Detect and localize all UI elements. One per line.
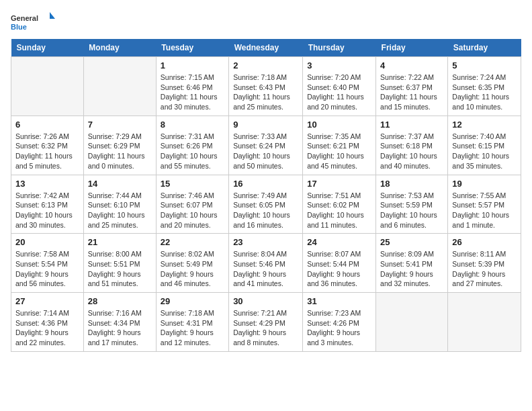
svg-marker-2 xyxy=(50,12,55,19)
weekday-header-wednesday: Wednesday xyxy=(229,39,303,57)
day-number: 19 xyxy=(452,179,517,189)
weekday-header-saturday: Saturday xyxy=(448,39,521,57)
day-number: 18 xyxy=(380,179,443,189)
day-number: 12 xyxy=(452,120,517,130)
calendar-cell: 14Sunrise: 7:44 AM Sunset: 6:10 PM Dayli… xyxy=(83,175,156,234)
day-number: 21 xyxy=(88,237,152,247)
day-info: Sunrise: 7:15 AM Sunset: 6:46 PM Dayligh… xyxy=(161,73,224,112)
day-number: 16 xyxy=(233,179,298,189)
calendar-cell: 19Sunrise: 7:55 AM Sunset: 5:57 PM Dayli… xyxy=(448,175,521,234)
day-info: Sunrise: 7:20 AM Sunset: 6:40 PM Dayligh… xyxy=(307,73,371,112)
calendar-cell: 23Sunrise: 8:04 AM Sunset: 5:46 PM Dayli… xyxy=(229,234,303,293)
calendar-cell: 7Sunrise: 7:29 AM Sunset: 6:29 PM Daylig… xyxy=(83,116,156,175)
day-info: Sunrise: 7:16 AM Sunset: 4:34 PM Dayligh… xyxy=(88,308,152,348)
day-number: 3 xyxy=(307,60,371,71)
day-number: 2 xyxy=(233,60,298,71)
calendar-cell: 12Sunrise: 7:40 AM Sunset: 6:15 PM Dayli… xyxy=(448,116,521,175)
weekday-header-row: SundayMondayTuesdayWednesdayThursdayFrid… xyxy=(11,39,521,57)
day-info: Sunrise: 7:33 AM Sunset: 6:24 PM Dayligh… xyxy=(233,132,298,171)
calendar-cell: 16Sunrise: 7:49 AM Sunset: 6:05 PM Dayli… xyxy=(229,175,303,234)
calendar-cell: 10Sunrise: 7:35 AM Sunset: 6:21 PM Dayli… xyxy=(303,116,376,175)
day-number: 8 xyxy=(161,120,224,130)
calendar-cell: 6Sunrise: 7:26 AM Sunset: 6:32 PM Daylig… xyxy=(11,116,84,175)
day-info: Sunrise: 7:42 AM Sunset: 6:13 PM Dayligh… xyxy=(15,191,79,230)
day-number: 28 xyxy=(88,296,152,306)
calendar-cell: 20Sunrise: 7:58 AM Sunset: 5:54 PM Dayli… xyxy=(11,234,84,293)
calendar-cell xyxy=(376,293,448,352)
calendar-cell: 18Sunrise: 7:53 AM Sunset: 5:59 PM Dayli… xyxy=(376,175,448,234)
day-number: 22 xyxy=(161,237,224,247)
calendar-table: SundayMondayTuesdayWednesdayThursdayFrid… xyxy=(11,39,521,352)
day-info: Sunrise: 7:22 AM Sunset: 6:37 PM Dayligh… xyxy=(380,73,443,112)
calendar-cell: 13Sunrise: 7:42 AM Sunset: 6:13 PM Dayli… xyxy=(11,175,84,234)
day-number: 7 xyxy=(88,120,152,130)
calendar-cell xyxy=(448,293,521,352)
day-info: Sunrise: 8:07 AM Sunset: 5:44 PM Dayligh… xyxy=(307,249,371,289)
calendar-cell: 2Sunrise: 7:18 AM Sunset: 6:43 PM Daylig… xyxy=(229,57,303,116)
day-number: 1 xyxy=(161,60,224,71)
day-info: Sunrise: 7:18 AM Sunset: 4:31 PM Dayligh… xyxy=(161,308,224,348)
day-info: Sunrise: 7:37 AM Sunset: 6:18 PM Dayligh… xyxy=(380,132,443,171)
calendar-cell: 29Sunrise: 7:18 AM Sunset: 4:31 PM Dayli… xyxy=(156,293,228,352)
week-row-1: 1Sunrise: 7:15 AM Sunset: 6:46 PM Daylig… xyxy=(11,57,521,116)
calendar-cell: 9Sunrise: 7:33 AM Sunset: 6:24 PM Daylig… xyxy=(229,116,303,175)
week-row-5: 27Sunrise: 7:14 AM Sunset: 4:36 PM Dayli… xyxy=(11,293,521,352)
logo: General Blue xyxy=(11,11,58,32)
calendar-cell: 15Sunrise: 7:46 AM Sunset: 6:07 PM Dayli… xyxy=(156,175,228,234)
calendar-cell: 28Sunrise: 7:16 AM Sunset: 4:34 PM Dayli… xyxy=(83,293,156,352)
day-info: Sunrise: 7:53 AM Sunset: 5:59 PM Dayligh… xyxy=(380,191,443,230)
day-number: 14 xyxy=(88,179,152,189)
day-info: Sunrise: 7:46 AM Sunset: 6:07 PM Dayligh… xyxy=(161,191,224,230)
day-info: Sunrise: 8:11 AM Sunset: 5:39 PM Dayligh… xyxy=(452,249,517,289)
day-info: Sunrise: 7:44 AM Sunset: 6:10 PM Dayligh… xyxy=(88,191,152,230)
day-info: Sunrise: 7:55 AM Sunset: 5:57 PM Dayligh… xyxy=(452,191,517,230)
day-info: Sunrise: 8:02 AM Sunset: 5:49 PM Dayligh… xyxy=(161,249,224,289)
day-number: 4 xyxy=(380,60,443,71)
day-number: 23 xyxy=(233,237,298,247)
day-number: 6 xyxy=(15,120,79,130)
calendar-cell: 25Sunrise: 8:09 AM Sunset: 5:41 PM Dayli… xyxy=(376,234,448,293)
day-info: Sunrise: 7:58 AM Sunset: 5:54 PM Dayligh… xyxy=(15,249,79,289)
calendar-cell xyxy=(83,57,156,116)
day-number: 17 xyxy=(307,179,371,189)
weekday-header-thursday: Thursday xyxy=(303,39,376,57)
weekday-header-friday: Friday xyxy=(376,39,448,57)
day-number: 26 xyxy=(452,237,517,247)
weekday-header-tuesday: Tuesday xyxy=(156,39,228,57)
week-row-2: 6Sunrise: 7:26 AM Sunset: 6:32 PM Daylig… xyxy=(11,116,521,175)
day-info: Sunrise: 7:40 AM Sunset: 6:15 PM Dayligh… xyxy=(452,132,517,171)
day-info: Sunrise: 8:09 AM Sunset: 5:41 PM Dayligh… xyxy=(380,249,443,289)
day-number: 31 xyxy=(307,296,371,306)
week-row-3: 13Sunrise: 7:42 AM Sunset: 6:13 PM Dayli… xyxy=(11,175,521,234)
page-header: General Blue xyxy=(11,11,521,32)
day-info: Sunrise: 7:18 AM Sunset: 6:43 PM Dayligh… xyxy=(233,73,298,112)
calendar-cell: 24Sunrise: 8:07 AM Sunset: 5:44 PM Dayli… xyxy=(303,234,376,293)
calendar-cell: 8Sunrise: 7:31 AM Sunset: 6:26 PM Daylig… xyxy=(156,116,228,175)
calendar-cell: 26Sunrise: 8:11 AM Sunset: 5:39 PM Dayli… xyxy=(448,234,521,293)
day-info: Sunrise: 7:31 AM Sunset: 6:26 PM Dayligh… xyxy=(161,132,224,171)
calendar-cell xyxy=(11,57,84,116)
day-info: Sunrise: 7:21 AM Sunset: 4:29 PM Dayligh… xyxy=(233,308,298,348)
svg-text:Blue: Blue xyxy=(11,23,27,31)
day-number: 27 xyxy=(15,296,79,306)
day-number: 15 xyxy=(161,179,224,189)
calendar-cell: 11Sunrise: 7:37 AM Sunset: 6:18 PM Dayli… xyxy=(376,116,448,175)
day-number: 30 xyxy=(233,296,298,306)
day-info: Sunrise: 7:35 AM Sunset: 6:21 PM Dayligh… xyxy=(307,132,371,171)
day-info: Sunrise: 7:29 AM Sunset: 6:29 PM Dayligh… xyxy=(88,132,152,171)
logo-icon: General Blue xyxy=(11,11,58,32)
weekday-header-sunday: Sunday xyxy=(11,39,84,57)
day-info: Sunrise: 7:14 AM Sunset: 4:36 PM Dayligh… xyxy=(15,308,79,348)
calendar-cell: 3Sunrise: 7:20 AM Sunset: 6:40 PM Daylig… xyxy=(303,57,376,116)
day-number: 5 xyxy=(452,60,517,71)
day-info: Sunrise: 8:04 AM Sunset: 5:46 PM Dayligh… xyxy=(233,249,298,289)
svg-text:General: General xyxy=(11,14,38,22)
calendar-cell: 4Sunrise: 7:22 AM Sunset: 6:37 PM Daylig… xyxy=(376,57,448,116)
week-row-4: 20Sunrise: 7:58 AM Sunset: 5:54 PM Dayli… xyxy=(11,234,521,293)
calendar-cell: 27Sunrise: 7:14 AM Sunset: 4:36 PM Dayli… xyxy=(11,293,84,352)
day-number: 25 xyxy=(380,237,443,247)
calendar-cell: 30Sunrise: 7:21 AM Sunset: 4:29 PM Dayli… xyxy=(229,293,303,352)
day-number: 29 xyxy=(161,296,224,306)
day-info: Sunrise: 7:51 AM Sunset: 6:02 PM Dayligh… xyxy=(307,191,371,230)
calendar-cell: 5Sunrise: 7:24 AM Sunset: 6:35 PM Daylig… xyxy=(448,57,521,116)
